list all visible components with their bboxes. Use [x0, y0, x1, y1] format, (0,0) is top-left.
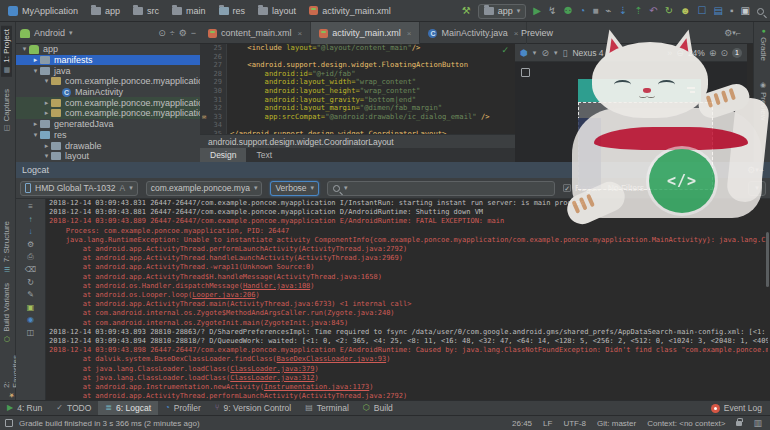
breadcrumb-item[interactable]: app [91, 6, 120, 16]
attach-debugger-icon[interactable]: ⌁ [605, 6, 611, 16]
favorites-icon[interactable]: ★ [8, 391, 15, 399]
minimize-icon[interactable]: ⌐ [736, 28, 741, 38]
record-icon[interactable]: ◉ [27, 316, 34, 324]
code-editor[interactable]: 252627282930313233✉3435 <include layout=… [200, 44, 515, 148]
profiler-icon[interactable]: ◔ [165, 404, 170, 412]
hammer-icon[interactable]: ⚒ [462, 6, 471, 16]
toolwindow-button-run[interactable]: ▶4: Run [0, 401, 49, 416]
close-icon[interactable]: × [407, 29, 412, 38]
device-dropdown[interactable]: HMD Global TA-1032 A ▾ [20, 181, 138, 196]
process-dropdown[interactable]: com.example.poncoe.mya▾ [146, 181, 263, 196]
caret-position[interactable]: 26:45 [512, 419, 532, 428]
close-icon[interactable]: × [298, 29, 303, 38]
stripe-item-project[interactable]: ▦1: Project [1, 26, 12, 77]
stacktrace-link[interactable]: Looper.java:206 [192, 291, 255, 299]
toolwindow-button-terminal[interactable]: ▤Terminal [298, 401, 356, 416]
terminal-icon[interactable]: ▤ [305, 404, 313, 412]
design-surface-icon[interactable]: ⬢ [520, 48, 528, 58]
rollback-icon[interactable]: ↶ [649, 6, 657, 16]
tree-arrow-icon[interactable]: ▾ [31, 67, 40, 75]
breadcrumb-item[interactable]: layout [258, 6, 296, 16]
toolwindow-button-profiler[interactable]: ◔Profiler [158, 401, 208, 416]
log-level-dropdown[interactable]: Verbose▾ [270, 181, 319, 196]
stacktrace-link[interactable]: Handler.java:108 [243, 282, 310, 290]
screenshot-icon[interactable]: ▣ [27, 304, 35, 312]
profiler-icon[interactable]: ◔ [579, 6, 585, 16]
settings-icon[interactable]: ⚙ [179, 28, 187, 38]
file-encoding[interactable]: UTF-8 [563, 419, 586, 428]
stripe-item-captures[interactable]: ◫Captures [1, 86, 12, 135]
search-icon[interactable] [757, 8, 764, 15]
tree-row[interactable]: ▾java [16, 65, 200, 76]
logcat-icon[interactable]: ≣ [105, 404, 112, 412]
mode-tab-text[interactable]: Text [246, 148, 282, 162]
log-scrollbar[interactable] [766, 232, 769, 287]
tree-row[interactable]: ▾res [16, 130, 200, 141]
tree-row[interactable]: ▸generatedJava [16, 119, 200, 130]
tree-arrow-icon[interactable]: ▸ [42, 99, 51, 107]
stripe-item-structure[interactable]: ☰7: Structure [1, 218, 12, 276]
project-icon[interactable]: ▦ [3, 66, 10, 74]
stacktrace-link[interactable]: ClassLoader.java:379 [230, 365, 314, 373]
tree-row[interactable]: ▸manifests [16, 55, 200, 66]
filter-dropdown[interactable]: No Filters [608, 183, 644, 193]
heap-indicator-icon[interactable]: ▥ [753, 418, 762, 428]
todo-icon[interactable]: ✓ [56, 404, 63, 412]
project-view-selector[interactable]: Android [34, 28, 65, 38]
editor-tab[interactable]: activity_main.xml× [311, 22, 420, 44]
breadcrumb-item[interactable]: main [172, 6, 206, 16]
tree-row[interactable]: ▾com.example.poncoe.myapplication [16, 76, 200, 87]
print-icon[interactable]: ⎙ [27, 253, 33, 261]
zoom-fit-icon[interactable]: ⊙ [720, 48, 728, 58]
breadcrumb-item[interactable]: activity_main.xml [309, 6, 391, 16]
search-icon[interactable]: ▪ [730, 6, 734, 16]
event-log-button[interactable]: Event Log [711, 403, 770, 413]
structure-icon[interactable]: ☰ [3, 265, 10, 273]
captures-icon[interactable]: ◫ [3, 124, 10, 132]
breadcrumb-item[interactable]: res [219, 6, 246, 16]
toolwindow-button-vcs[interactable]: ⑂9: Version Control [208, 401, 298, 416]
locate-icon[interactable]: ⊙ [158, 28, 166, 38]
breadcrumb-item[interactable]: src [133, 6, 159, 16]
tree-row[interactable]: ▸drawable [16, 140, 200, 151]
stop-icon[interactable]: ■ [592, 6, 598, 16]
lock-icon[interactable] [736, 421, 742, 426]
logcat-title-bar[interactable]: Logcat ⚙ ▾ − [16, 162, 770, 178]
toolwindow-button-build[interactable]: ⬡Build [356, 401, 400, 416]
capture-icon[interactable]: ◫ [27, 329, 35, 337]
zoom-out-icon[interactable]: ⊖ [676, 48, 684, 58]
apply-changes-icon[interactable]: ↯ [548, 6, 556, 16]
zoom-level[interactable]: 24% [688, 48, 705, 58]
selection-tool-icon[interactable] [521, 68, 530, 77]
restart-icon[interactable]: ↻ [27, 279, 34, 287]
breadcrumb-item[interactable]: MyApplication [8, 6, 78, 16]
editor-code[interactable]: <include layout="@layout/content_main"/>… [230, 44, 515, 134]
stripe-item-preview[interactable]: ◉Preview [758, 78, 769, 123]
logcat-search-input[interactable]: ▾ [327, 181, 555, 196]
log-output[interactable]: 2018-12-14 03:09:43.831 26447-26447/com.… [49, 199, 768, 400]
toolwindow-toggle-icon[interactable] [5, 419, 13, 427]
device-manager-icon[interactable]: ▤ [714, 6, 723, 16]
mode-tab-design[interactable]: Design [200, 148, 246, 162]
tree-arrow-icon[interactable]: ▾ [20, 45, 29, 53]
toolwindow-button-todo[interactable]: ✓TODO [49, 401, 98, 416]
minimize-icon[interactable]: − [759, 165, 764, 175]
collapse-all-icon[interactable]: ÷ [170, 28, 175, 38]
editor-breadcrumb[interactable]: android.support.design.widget.Coordinato… [200, 134, 515, 148]
tree-row[interactable]: ▸com.example.poncoe.myapplication (test) [16, 108, 200, 119]
tree-arrow-icon[interactable]: ▾ [42, 77, 51, 85]
stacktrace-link[interactable]: BaseDexClassLoader.java:93 [277, 355, 387, 363]
preview-icon[interactable]: ◉ [760, 81, 767, 89]
filter-config-dropdown[interactable]: ▾ [748, 181, 766, 196]
chevron-down-icon[interactable]: ▾ [69, 29, 73, 37]
stacktrace-link[interactable]: Instrumentation.java:1173 [264, 383, 369, 391]
stacktrace-link[interactable]: ClassLoader.java:312 [230, 374, 314, 382]
tree-row[interactable]: CMainActivity [16, 87, 200, 98]
tree-row[interactable]: ▾layout [16, 151, 200, 162]
orientation-icon[interactable]: ⊘ [541, 48, 549, 58]
settings-icon[interactable]: ⚙ [747, 165, 755, 175]
variants-icon[interactable]: ⬡ [3, 335, 10, 343]
settings-icon[interactable]: ⚙ [27, 241, 34, 249]
tree-arrow-icon[interactable]: ▸ [31, 120, 40, 128]
regex-checkbox[interactable]: ✓ Regex [563, 183, 600, 193]
